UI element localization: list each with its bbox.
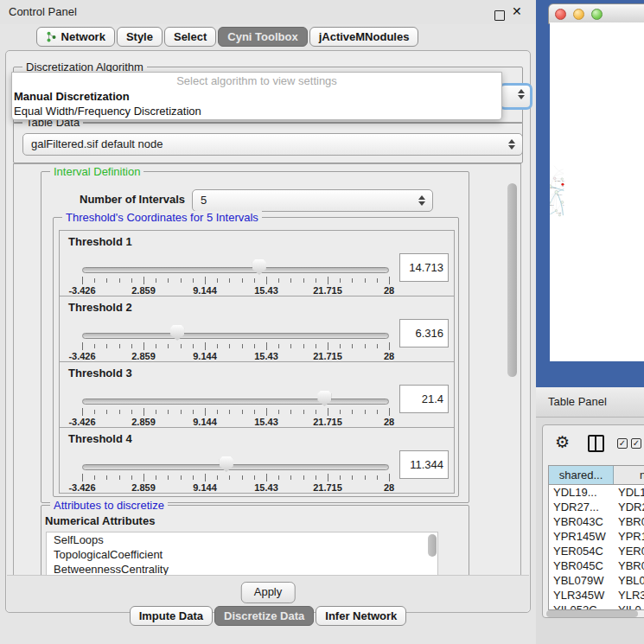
bottom-tab-strip: Impute DataDiscretize DataInfer Network: [130, 606, 407, 626]
column-header-name[interactable]: n: [614, 466, 644, 484]
tick-label: 2.859: [131, 351, 156, 361]
table-row[interactable]: YDL19...YDL1: [549, 485, 644, 500]
close-icon[interactable]: ✕: [512, 4, 522, 18]
algorithm-combo[interactable]: [499, 83, 532, 110]
cell-shared-name[interactable]: YLR345W: [549, 588, 614, 603]
cell-name[interactable]: YER0: [614, 544, 644, 558]
tick-label: 15.43: [254, 482, 278, 493]
tab-jactivemnodules[interactable]: jActiveMNodules: [309, 27, 419, 47]
tick-label: 28: [384, 351, 394, 361]
algorithm-dropdown-popup: Select algorithm to view settings Manual…: [11, 72, 502, 120]
node-label: C: [562, 185, 564, 187]
cell-name[interactable]: YDL1: [614, 485, 644, 500]
cell-shared-name[interactable]: YBL079W: [549, 573, 614, 588]
threshold-value-field[interactable]: 11.344: [399, 450, 449, 479]
tab-style[interactable]: Style: [117, 27, 163, 47]
interval-definition-group: Interval Definition Number of Intervals …: [41, 171, 469, 503]
tab-select[interactable]: Select: [164, 27, 216, 47]
table-row[interactable]: YBR043CYBR0: [549, 514, 644, 529]
table-row[interactable]: YLR345WYLR3: [549, 588, 644, 603]
threshold-box-2: Threshold 2-3.4262.8599.14415.4321.71528…: [59, 296, 455, 362]
table-panel-body: ⚙ ✓ ✓ shared... n YDL19...YDL1YDR27...YD…: [536, 418, 644, 644]
cell-name[interactable]: YIL0: [614, 603, 644, 610]
vertical-scrollbar-thumb[interactable]: [507, 183, 517, 377]
interval-group-title: Interval Definition: [50, 165, 143, 178]
popup-option-manual-discretization[interactable]: Manual Discretization: [12, 89, 501, 104]
network-graph: GAL80 GA GAL11 C GAL4 GCY1 H HAP2: [550, 22, 644, 361]
attribute-item-topologicalcoefficient[interactable]: TopologicalCoefficient: [47, 547, 437, 562]
cell-shared-name[interactable]: YBR043C: [549, 514, 614, 529]
combo-stepper-icon: [518, 88, 525, 100]
node-gal80[interactable]: [553, 177, 556, 180]
horizontal-scrollbar[interactable]: [545, 610, 644, 617]
tab-cyni-toolbox[interactable]: Cyni Toolbox: [218, 27, 307, 47]
tick-label: -3.426: [68, 285, 95, 296]
table-row[interactable]: YIL052CYIL0: [549, 603, 644, 610]
number-of-intervals-combo[interactable]: 5: [192, 189, 433, 212]
control-panel-window: Control Panel ✕ NetworkStyleSelectCyni T…: [0, 0, 536, 644]
tick-label: 15.43: [254, 417, 278, 427]
popup-option-equal-width-frequency-discretization[interactable]: Equal Width/Frequency Discretization: [12, 104, 501, 118]
cell-name[interactable]: YBL0: [614, 573, 644, 588]
apply-button[interactable]: Apply: [241, 582, 296, 603]
threshold-box-1: Threshold 1-3.4262.8599.14415.4321.71528…: [59, 230, 455, 296]
attribute-item-selfloops[interactable]: SelfLoops: [47, 532, 437, 547]
node[interactable]: [561, 178, 564, 181]
cell-name[interactable]: YBR0: [614, 558, 644, 573]
slider-tick-labels: -3.4262.8599.14415.4321.71528: [82, 351, 389, 361]
cell-shared-name[interactable]: YER054C: [549, 544, 614, 558]
slider-ticks: [82, 408, 389, 416]
cell-shared-name[interactable]: YIL052C: [549, 603, 614, 610]
gear-icon[interactable]: ⚙: [555, 432, 570, 453]
checkbox-checked-icon[interactable]: ✓: [617, 438, 628, 449]
threshold-value-field[interactable]: 6.316: [399, 319, 449, 348]
cell-shared-name[interactable]: YDR27...: [549, 500, 614, 514]
tab-infer-network[interactable]: Infer Network: [316, 606, 406, 626]
table-data-combo-value: galFiltered.sif default node: [31, 137, 163, 150]
threshold-value-field[interactable]: 14.713: [399, 253, 449, 282]
threshold-box-3: Threshold 3-3.4262.8599.14415.4321.71528…: [59, 361, 455, 428]
cell-shared-name[interactable]: YBR045C: [549, 558, 614, 573]
control-panel-titlebar: Control Panel ✕: [0, 0, 536, 24]
node-his[interactable]: [561, 201, 564, 204]
table-row[interactable]: YBR045CYBR0: [549, 558, 644, 573]
checkbox-checked-icon[interactable]: ✓: [631, 438, 641, 449]
table-row[interactable]: YER054CYER0: [549, 544, 644, 558]
network-canvas[interactable]: GAL80 GA GAL11 C GAL4 GCY1 H HAP2: [550, 22, 644, 361]
threshold-box-4: Threshold 4-3.4262.8599.14415.4321.71528…: [59, 427, 455, 494]
cell-shared-name[interactable]: YDL19...: [549, 485, 614, 500]
threshold-slider-3[interactable]: -3.4262.8599.14415.4321.71528: [82, 385, 389, 424]
tab-impute-data[interactable]: Impute Data: [130, 606, 213, 626]
threshold-slider-2[interactable]: -3.4262.8599.14415.4321.71528: [82, 319, 389, 359]
threshold-value-field[interactable]: 21.4: [399, 385, 449, 413]
cell-name[interactable]: YDR2: [614, 500, 644, 514]
node-gal4[interactable]: [555, 190, 558, 194]
combo-stepper-icon: [418, 194, 425, 207]
column-header-shared[interactable]: shared...: [549, 466, 614, 484]
cell-shared-name[interactable]: YPR145W: [549, 529, 614, 544]
threshold-label: Threshold 3: [68, 367, 132, 379]
slider-tick-labels: -3.4262.8599.14415.4321.71528: [82, 285, 389, 296]
tick-label: 2.859: [131, 482, 156, 493]
table-row[interactable]: YDR27...YDR2: [549, 500, 644, 514]
cell-name[interactable]: YPR1: [614, 529, 644, 544]
table-row[interactable]: YPR145WYPR1: [549, 529, 644, 544]
tab-network[interactable]: Network: [36, 27, 115, 47]
threshold-slider-1[interactable]: -3.4262.8599.14415.4321.71528: [82, 253, 389, 293]
tab-discretize-data[interactable]: Discretize Data: [214, 606, 314, 626]
table-row[interactable]: YBL079WYBL0: [549, 573, 644, 588]
cell-name[interactable]: YLR3: [614, 588, 644, 603]
node[interactable]: [558, 214, 560, 216]
float-window-icon[interactable]: [494, 10, 505, 21]
close-traffic-light-icon[interactable]: [555, 9, 566, 20]
horizontal-scrollbar-thumb[interactable]: [546, 610, 638, 617]
zoom-traffic-light-icon[interactable]: [591, 9, 603, 20]
tab-label: Style: [126, 30, 153, 43]
cell-name[interactable]: YBR0: [614, 514, 644, 529]
columns-icon[interactable]: [588, 435, 604, 452]
list-scrollbar-thumb[interactable]: [428, 534, 437, 557]
minimize-traffic-light-icon[interactable]: [573, 9, 584, 20]
node-hap2[interactable]: [555, 209, 557, 211]
table-data-combo[interactable]: galFiltered.sif default node: [22, 133, 523, 156]
threshold-slider-4[interactable]: -3.4262.8599.14415.4321.71528: [82, 450, 389, 490]
